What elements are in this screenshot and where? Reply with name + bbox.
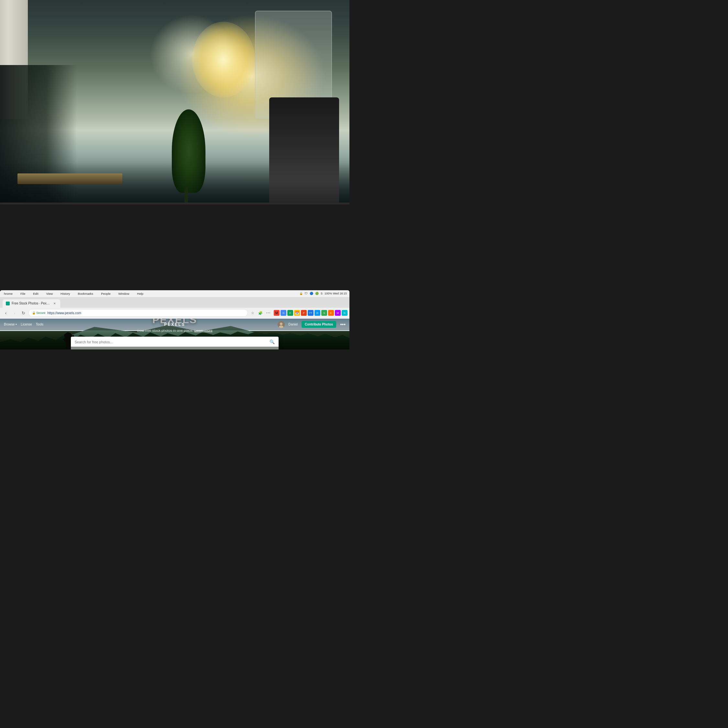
search-input[interactable]: [75, 340, 267, 344]
tab-title: Free Stock Photos · Pexels: [12, 301, 50, 305]
ext-icon-5[interactable]: P: [301, 310, 307, 316]
search-container: 🔍 house blur training vintage meeting ph…: [71, 337, 279, 349]
extensions-bar: M G C 📅 P YT D S E M N: [274, 310, 347, 316]
browse-dropdown-icon: ▾: [15, 323, 17, 326]
nav-username: Daniel: [289, 323, 298, 326]
pexels-nav-bar: Browse ▾ License Tools PEXELS: [0, 319, 349, 330]
website-content: Browse ▾ License Tools PEXELS: [0, 319, 349, 350]
office-chair: [269, 97, 339, 216]
ext-icon-6[interactable]: YT: [308, 310, 314, 316]
forward-button[interactable]: ›: [11, 309, 18, 317]
address-bar[interactable]: 🔒 Secure https://www.pexels.com: [29, 309, 248, 317]
ext-icon-10[interactable]: M: [335, 310, 341, 316]
ext-icon-1[interactable]: M: [274, 310, 280, 316]
ext-icon-7[interactable]: D: [315, 310, 320, 316]
nav-tools-link[interactable]: Tools: [36, 323, 43, 326]
plant-decoration: [168, 97, 210, 216]
menu-window[interactable]: Window: [117, 291, 131, 296]
tag-vintage[interactable]: vintage: [106, 349, 116, 349]
menu-view[interactable]: View: [45, 291, 54, 296]
tab-close-button[interactable]: ✕: [52, 301, 57, 306]
reload-button[interactable]: ↻: [20, 309, 27, 317]
table-furniture: [17, 173, 122, 184]
tag-blur[interactable]: blur: [86, 349, 91, 349]
profile-button[interactable]: ⋯: [265, 309, 272, 317]
tag-meeting[interactable]: meeting: [118, 349, 129, 349]
monitor-screen: hrome File Edit View History Bookmarks P…: [0, 203, 349, 349]
ext-icon-8[interactable]: S: [321, 310, 327, 316]
contribute-photos-button[interactable]: Contribute Photos: [301, 321, 336, 328]
address-toolbar: ‹ › ↻ 🔒 Secure https://www.pexels.com ☆ …: [0, 308, 349, 319]
nav-more-button[interactable]: •••: [340, 322, 346, 327]
menu-bookmarks[interactable]: Bookmarks: [77, 291, 95, 296]
ext-icon-2[interactable]: G: [280, 310, 286, 316]
ext-icon-11[interactable]: N: [342, 310, 347, 316]
ext-icon-3[interactable]: C: [287, 310, 293, 316]
ext-icon-4[interactable]: 📅: [294, 310, 300, 316]
search-input-area: 🔍: [71, 337, 279, 347]
toolbar-action-buttons: ☆ 🧩 ⋯ M G C 📅 P YT D S E M N: [249, 309, 347, 317]
svg-point-1: [280, 323, 283, 325]
extensions-button[interactable]: 🧩: [257, 309, 264, 317]
nav-left-links: Browse ▾ License Tools: [4, 323, 43, 326]
nav-license-link[interactable]: License: [21, 323, 32, 326]
tab-bar: Free Stock Photos · Pexels ✕: [0, 297, 349, 308]
system-tray: 🔒🛡🔵🟢S 100% Wed 16:15: [295, 292, 347, 295]
tab-favicon: [6, 301, 10, 306]
tag-phone[interactable]: phone: [132, 349, 141, 349]
menu-edit[interactable]: Edit: [32, 291, 40, 296]
menu-help[interactable]: Help: [136, 291, 145, 296]
more-tags-button[interactable]: more →: [153, 349, 164, 349]
ext-icon-9[interactable]: E: [328, 310, 334, 316]
tag-training[interactable]: training: [93, 349, 103, 349]
back-button[interactable]: ‹: [2, 309, 10, 317]
user-avatar[interactable]: [278, 321, 285, 328]
tag-house[interactable]: house: [75, 349, 83, 349]
search-icon[interactable]: 🔍: [269, 340, 275, 344]
office-background-photo: [0, 0, 349, 217]
menu-people[interactable]: People: [99, 291, 112, 296]
nav-browse-link[interactable]: Browse ▾: [4, 323, 17, 326]
system-info: 🔒🛡🔵🟢S 100% Wed 16:15: [299, 292, 347, 295]
search-tags-area: house blur training vintage meeting phon…: [71, 347, 279, 349]
browser-tab-active[interactable]: Free Stock Photos · Pexels ✕: [3, 299, 60, 308]
tag-wood[interactable]: wood: [143, 349, 150, 349]
nav-right-links: Daniel Contribute Photos •••: [278, 321, 346, 328]
bookmark-button[interactable]: ☆: [249, 309, 256, 317]
pexels-hero-section: Browse ▾ License Tools PEXELS: [0, 319, 349, 350]
nav-controls: ‹ › ↻: [2, 309, 27, 317]
menu-file[interactable]: File: [19, 291, 26, 296]
browser-window: hrome File Edit View History Bookmarks P…: [0, 290, 349, 350]
url-text: https://www.pexels.com: [47, 311, 81, 315]
secure-indicator: 🔒 Secure: [32, 311, 46, 315]
pexels-logo: PEXELS: [164, 322, 185, 327]
window-light: [192, 22, 255, 97]
menu-chrome[interactable]: hrome: [3, 291, 14, 296]
chrome-menu-bar: hrome File Edit View History Bookmarks P…: [0, 290, 349, 297]
menu-history[interactable]: History: [59, 291, 72, 296]
